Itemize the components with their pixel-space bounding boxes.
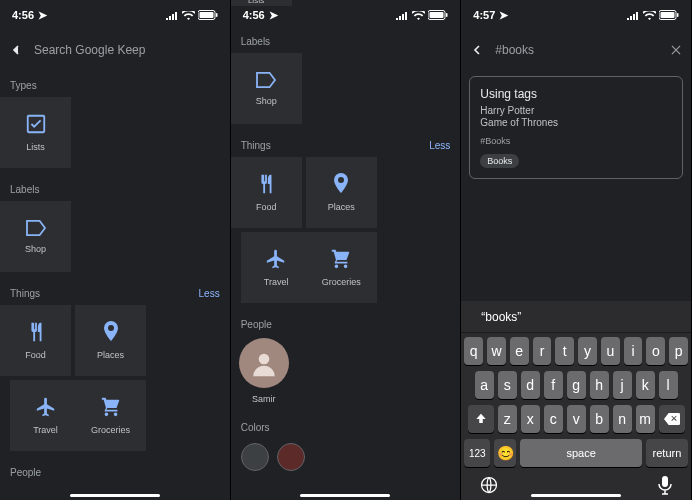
section-title: People: [241, 319, 272, 330]
note-line: Game of Thrones: [480, 117, 672, 128]
back-icon[interactable]: [469, 42, 485, 58]
person-label: Samir: [252, 394, 276, 404]
thing-tile-groceries[interactable]: Groceries: [306, 232, 377, 303]
type-tile-lists[interactable]: Lists: [0, 97, 71, 168]
thing-tile-food[interactable]: Food: [231, 157, 302, 228]
status-icons: [626, 10, 679, 20]
thing-tile-groceries[interactable]: Groceries: [75, 380, 146, 451]
tile-label: Travel: [33, 425, 58, 435]
keyboard-suggestion[interactable]: “books”: [461, 301, 691, 333]
shift-icon: [474, 412, 488, 426]
home-indicator[interactable]: [531, 494, 621, 497]
search-query: #books: [495, 43, 534, 57]
key-q[interactable]: q: [464, 337, 483, 365]
svg-point-7: [258, 354, 269, 365]
label-icon: [25, 219, 47, 237]
key-g[interactable]: g: [567, 371, 586, 399]
thing-tile-food[interactable]: Food: [0, 305, 71, 376]
tile-label: Shop: [25, 244, 46, 254]
color-swatch[interactable]: [277, 443, 305, 471]
globe-icon[interactable]: [479, 475, 499, 495]
key-n[interactable]: n: [613, 405, 632, 433]
kb-row-2: asdfghjkl: [464, 371, 688, 399]
kb-row-3: zxcvbnm: [464, 405, 688, 433]
groceries-icon: [330, 248, 352, 270]
screen-search-home: 4:56➤ Search Google Keep Types Lists Lab…: [0, 0, 231, 500]
key-l[interactable]: l: [659, 371, 678, 399]
key-p[interactable]: p: [669, 337, 688, 365]
color-swatch[interactable]: [241, 443, 269, 471]
key-v[interactable]: v: [567, 405, 586, 433]
key-k[interactable]: k: [636, 371, 655, 399]
tile-label: Lists: [26, 142, 45, 152]
key-y[interactable]: y: [578, 337, 597, 365]
home-indicator[interactable]: [300, 494, 390, 497]
emoji-key[interactable]: 😊: [494, 439, 516, 467]
person-samir[interactable]: Samir: [239, 338, 289, 404]
kb-row-1: qwertyuiop: [464, 337, 688, 365]
note-label-chip: Books: [480, 154, 519, 168]
labels-section: Labels Shop: [231, 26, 461, 130]
back-icon[interactable]: [8, 42, 24, 58]
key-u[interactable]: u: [601, 337, 620, 365]
shift-key[interactable]: [468, 405, 494, 433]
tile-label: Travel: [264, 277, 289, 287]
key-j[interactable]: j: [613, 371, 632, 399]
key-e[interactable]: e: [510, 337, 529, 365]
mic-icon[interactable]: [657, 475, 673, 495]
status-icons: [165, 10, 218, 20]
avatar: [239, 338, 289, 388]
key-d[interactable]: d: [521, 371, 540, 399]
section-title: Labels: [241, 36, 270, 47]
note-card[interactable]: Using tags Harry Potter Game of Thrones …: [469, 76, 683, 179]
less-link[interactable]: Less: [429, 140, 450, 151]
thing-tile-travel[interactable]: Travel: [241, 232, 312, 303]
key-i[interactable]: i: [624, 337, 643, 365]
status-bar: 4:57➤: [461, 0, 691, 30]
checkbox-icon: [25, 113, 47, 135]
label-tile-shop[interactable]: Shop: [0, 201, 71, 272]
return-key[interactable]: return: [646, 439, 688, 467]
thing-tile-places[interactable]: Places: [75, 305, 146, 376]
key-m[interactable]: m: [636, 405, 655, 433]
key-w[interactable]: w: [487, 337, 506, 365]
travel-icon: [35, 396, 57, 418]
key-c[interactable]: c: [544, 405, 563, 433]
close-icon[interactable]: [669, 43, 683, 57]
tile-label: Groceries: [322, 277, 361, 287]
backspace-key[interactable]: [659, 405, 685, 433]
key-h[interactable]: h: [590, 371, 609, 399]
thing-tile-travel[interactable]: Travel: [10, 380, 81, 451]
location-icon: ➤: [269, 9, 278, 22]
places-icon: [102, 321, 120, 343]
food-icon: [255, 173, 277, 195]
screen-search-results: 4:57➤ #books Using tags Harry Potter Gam…: [461, 0, 692, 500]
status-time: 4:56: [12, 9, 34, 21]
travel-icon: [265, 248, 287, 270]
section-title: Things: [10, 288, 40, 299]
label-tile-shop[interactable]: Shop: [231, 53, 302, 124]
search-bar[interactable]: Search Google Keep: [0, 30, 230, 70]
key-t[interactable]: t: [555, 337, 574, 365]
key-r[interactable]: r: [533, 337, 552, 365]
tile-label: Groceries: [91, 425, 130, 435]
key-b[interactable]: b: [590, 405, 609, 433]
labels-section: Labels Shop: [0, 174, 230, 278]
key-x[interactable]: x: [521, 405, 540, 433]
key-a[interactable]: a: [475, 371, 494, 399]
key-o[interactable]: o: [646, 337, 665, 365]
section-title: Colors: [241, 422, 270, 433]
space-key[interactable]: space: [520, 439, 642, 467]
status-time: 4:56: [243, 9, 265, 21]
people-section: People: [0, 457, 230, 486]
home-indicator[interactable]: [70, 494, 160, 497]
thing-tile-places[interactable]: Places: [306, 157, 377, 228]
key-z[interactable]: z: [498, 405, 517, 433]
key-s[interactable]: s: [498, 371, 517, 399]
svg-rect-9: [660, 12, 674, 18]
less-link[interactable]: Less: [199, 288, 220, 299]
food-icon: [25, 321, 47, 343]
numbers-key[interactable]: 123: [464, 439, 490, 467]
search-bar[interactable]: #books: [461, 30, 691, 70]
key-f[interactable]: f: [544, 371, 563, 399]
